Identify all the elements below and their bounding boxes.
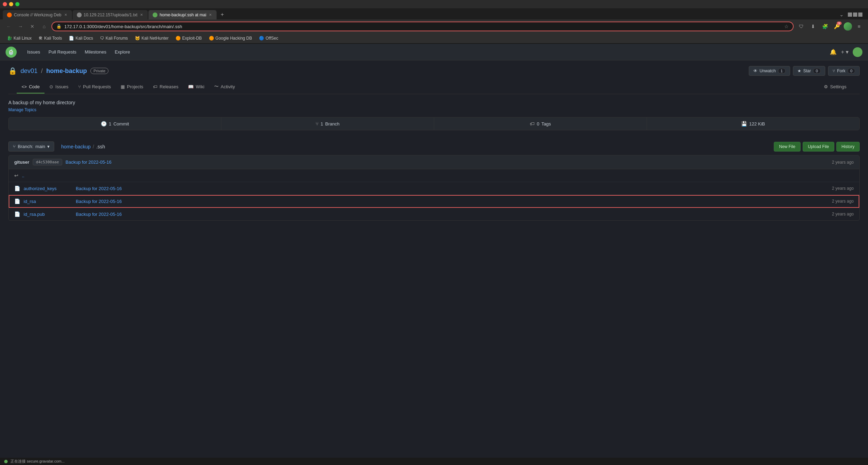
file-row-parent[interactable]: ↩ .. <box>9 169 859 182</box>
commit-hash[interactable]: d4c5300aae <box>33 159 62 165</box>
tabs-menu-button[interactable]: ⌄ <box>837 10 846 19</box>
topnav-right: 🔔 + ▾ <box>830 47 862 57</box>
topnav-milestones[interactable]: Milestones <box>81 47 110 57</box>
topnav-pull-requests[interactable]: Pull Requests <box>45 47 80 57</box>
tab-issues[interactable]: ⊙ Issues <box>44 81 73 93</box>
tab-wiki-label: Wiki <box>196 84 204 89</box>
download-button[interactable]: ⬇ <box>808 22 818 31</box>
issues-icon: ⊙ <box>49 84 53 89</box>
tab-close-gitea[interactable]: ✕ <box>208 12 212 17</box>
branches-label: Branch <box>325 121 340 127</box>
breadcrumb-repo[interactable]: home-backup <box>61 144 91 149</box>
topnav-issues[interactable]: Issues <box>24 47 44 57</box>
tab-close-console[interactable]: ✕ <box>64 12 68 17</box>
back-button[interactable]: ← <box>4 22 13 31</box>
browser-tab-console[interactable]: Console // Werkzeug Deb ✕ <box>3 10 72 19</box>
parent-dir-name[interactable]: .. <box>22 173 64 178</box>
bookmark-star-icon[interactable]: ☆ <box>784 24 789 29</box>
notifications-button[interactable]: 🔔 <box>830 49 837 55</box>
profile-button[interactable] <box>844 22 852 31</box>
repo-name[interactable]: home-backup <box>46 67 87 75</box>
manage-topics-link[interactable]: Manage Topics <box>8 107 860 112</box>
file-row-id-rsa-pub[interactable]: 📄 id_rsa.pub Backup for 2022-05-16 2 yea… <box>9 208 859 220</box>
extension-badge: 9 <box>837 22 842 25</box>
gitea-logo[interactable]: 🍵 <box>6 47 17 58</box>
bookmark-offsec[interactable]: 🔵 OffSec <box>256 35 281 42</box>
branch-selector[interactable]: ⑂ Branch: main ▾ <box>8 141 54 152</box>
star-button[interactable]: ★ Star 0 <box>793 66 825 76</box>
browser-tab-uploads[interactable]: 10.129.212.157/uploads/1.txt ✕ <box>73 10 148 19</box>
reload-button[interactable]: ✕ <box>28 22 37 31</box>
repo-lock-icon: 🔒 <box>8 67 17 75</box>
file-name-id-rsa[interactable]: id_rsa <box>24 199 65 204</box>
commit-author[interactable]: gituser <box>14 160 29 165</box>
extensions-button[interactable]: 🧩 <box>820 22 830 31</box>
file-name-id-rsa-pub[interactable]: id_rsa.pub <box>24 212 65 217</box>
tab-activity[interactable]: 〜 Activity <box>209 80 240 94</box>
bookmark-kali-linux[interactable]: 🐉 Kali Linux <box>4 35 34 42</box>
parent-dir-arrow-icon: ↩ <box>14 173 18 178</box>
file-commit-msg-id-rsa-pub[interactable]: Backup for 2022-05-16 <box>69 212 828 217</box>
tags-stat[interactable]: 🏷 0 Tags <box>434 117 647 130</box>
forward-button[interactable]: → <box>16 22 25 31</box>
branch-icon: ⑂ <box>316 121 318 127</box>
close-window-button[interactable] <box>3 2 7 6</box>
url-bar[interactable]: 🔒 172.17.0.1:3000/dev01/home-backup/src/… <box>51 22 794 31</box>
tab-releases[interactable]: 🏷 Releases <box>148 81 183 93</box>
repo-tabs: <> Code ⊙ Issues ⑂ Pull Requests ▦ Proje… <box>8 80 860 94</box>
bookmark-exploit-db[interactable]: 🟠 Exploit-DB <box>173 35 205 42</box>
tab-wiki[interactable]: 📖 Wiki <box>183 81 209 93</box>
size-stat: 💾 122 KiB <box>647 117 859 130</box>
repo-owner[interactable]: dev01 <box>21 67 38 75</box>
file-row-id-rsa[interactable]: 📄 id_rsa Backup for 2022-05-16 2 years a… <box>9 195 859 208</box>
browser-control-2[interactable] <box>853 13 857 17</box>
file-commit-msg-authorized-keys[interactable]: Backup for 2022-05-16 <box>69 186 828 191</box>
tab-title-uploads: 10.129.212.157/uploads/1.txt <box>84 13 138 17</box>
commits-stat[interactable]: 🕐 1 Commit <box>9 117 221 130</box>
repo-content: A backup of my home directory Manage Top… <box>0 94 868 226</box>
browser-control-3[interactable] <box>858 13 862 17</box>
tab-settings[interactable]: ⚙ Settings <box>819 81 851 93</box>
maximize-window-button[interactable] <box>15 2 19 6</box>
new-tab-button[interactable]: + <box>217 10 227 19</box>
browser-control-1[interactable] <box>848 13 852 17</box>
file-row-authorized-keys[interactable]: 📄 authorized_keys Backup for 2022-05-16 … <box>9 182 859 195</box>
create-button[interactable]: + ▾ <box>841 49 849 55</box>
file-commit-msg-id-rsa[interactable]: Backup for 2022-05-16 <box>69 199 828 204</box>
branches-stat[interactable]: ⑂ 1 Branch <box>221 117 434 130</box>
browser-menu-button[interactable]: ≡ <box>854 22 864 31</box>
code-icon: <> <box>22 84 27 89</box>
tab-code[interactable]: <> Code <box>17 81 44 93</box>
extensions-badge-button[interactable]: 🔑 9 <box>832 22 842 31</box>
user-avatar[interactable] <box>853 47 862 57</box>
new-file-button[interactable]: New File <box>774 142 801 152</box>
breadcrumb-folder: .ssh <box>96 144 105 149</box>
tab-close-uploads[interactable]: ✕ <box>139 12 144 17</box>
bookmark-kali-tools[interactable]: 🛠 Kali Tools <box>36 35 65 42</box>
bookmark-google-hacking[interactable]: 🟠 Google Hacking DB <box>206 35 255 42</box>
commit-message[interactable]: Backup for 2022-05-16 <box>66 160 112 165</box>
browser-tab-gitea[interactable]: home-backup/.ssh at mai ✕ <box>148 10 217 19</box>
language-bar <box>8 134 860 137</box>
history-button[interactable]: History <box>836 142 860 152</box>
bookmark-kali-docs[interactable]: 📄 Kali Docs <box>66 35 96 42</box>
topnav-links: Issues Pull Requests Milestones Explore <box>24 47 133 57</box>
topnav-explore[interactable]: Explore <box>111 47 133 57</box>
fork-button[interactable]: ⑂ Fork 0 <box>828 66 860 76</box>
minimize-window-button[interactable] <box>9 2 13 6</box>
bookmark-kali-forums[interactable]: 🗨 Kali Forums <box>97 35 131 42</box>
browser-nav-actions: 🛡 ⬇ 🧩 🔑 9 ≡ <box>796 22 864 31</box>
pull-request-icon: ⑂ <box>78 84 81 89</box>
bookmark-kali-nethunter[interactable]: 🐱 Kali NetHunter <box>132 35 171 42</box>
unwatch-button[interactable]: 👁 Unwatch 1 <box>749 66 790 76</box>
tab-projects[interactable]: ▦ Projects <box>116 81 148 93</box>
kali-linux-icon: 🐉 <box>7 36 12 41</box>
shield-icon[interactable]: 🛡 <box>796 22 806 31</box>
tab-projects-label: Projects <box>127 84 143 89</box>
tab-pull-requests[interactable]: ⑂ Pull Requests <box>73 81 116 93</box>
stats-bar: 🕐 1 Commit ⑂ 1 Branch 🏷 0 Tags 💾 122 KiB <box>8 117 860 130</box>
releases-icon: 🏷 <box>153 84 157 89</box>
upload-file-button[interactable]: Upload File <box>803 142 834 152</box>
file-name-authorized-keys[interactable]: authorized_keys <box>24 186 65 191</box>
home-button[interactable]: ⌂ <box>40 22 49 31</box>
